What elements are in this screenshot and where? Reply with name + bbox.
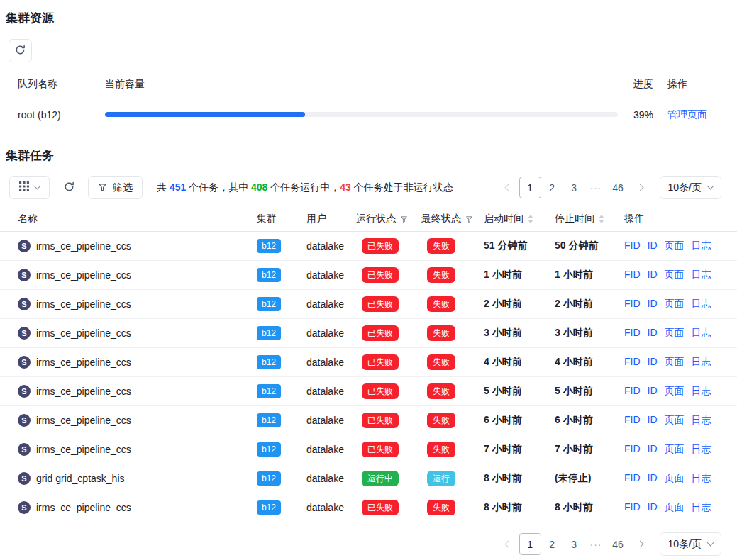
table-row: S irms_ce_pipeline_ccs b12 datalake 已失败 …: [0, 319, 737, 348]
row-action-page-link[interactable]: 页面: [665, 298, 685, 310]
prev-page-button[interactable]: [497, 533, 519, 555]
row-action-page-link[interactable]: 页面: [665, 240, 685, 252]
row-action-page-link[interactable]: 页面: [665, 443, 685, 456]
row-action-log-link[interactable]: 日志: [692, 327, 711, 340]
start-time: 5 小时前: [484, 385, 555, 398]
progress-percent: 39%: [618, 109, 667, 121]
page-button-46[interactable]: 46: [607, 533, 629, 555]
task-name: irms_ce_pipeline_ccs: [36, 269, 131, 281]
task-user: datalake: [306, 357, 356, 368]
row-action-id-link[interactable]: ID: [648, 298, 658, 310]
row-action-page-link[interactable]: 页面: [665, 327, 685, 340]
final-status-badge: 失败: [427, 383, 455, 399]
row-action-log-link[interactable]: 日志: [692, 356, 711, 369]
row-action-page-link[interactable]: 页面: [665, 385, 685, 398]
page-button-3[interactable]: 3: [563, 533, 585, 555]
cluster-badge: b12: [257, 413, 281, 427]
row-action-log-link[interactable]: 日志: [692, 414, 711, 427]
row-action-page-link[interactable]: 页面: [665, 356, 685, 369]
row-action-page-link[interactable]: 页面: [665, 414, 685, 427]
row-action-fid-link[interactable]: FID: [624, 414, 641, 427]
start-time-sort-icon[interactable]: [528, 215, 533, 223]
row-action-fid-link[interactable]: FID: [624, 269, 641, 281]
col-header-stop-time: 停止时间: [555, 213, 624, 225]
row-action-id-link[interactable]: ID: [648, 240, 658, 252]
page-button-2[interactable]: 2: [541, 533, 563, 555]
page-button-3[interactable]: 3: [563, 177, 585, 198]
refresh-icon: [64, 181, 74, 194]
final-status-filter-icon[interactable]: [465, 215, 473, 223]
row-action-log-link[interactable]: 日志: [692, 443, 711, 456]
filter-button[interactable]: 筛选: [88, 176, 143, 199]
task-actions: FIDID页面日志: [624, 240, 737, 252]
stop-time-sort-icon[interactable]: [599, 215, 604, 223]
row-action-id-link[interactable]: ID: [648, 327, 658, 340]
pagination-ellipsis: ···: [585, 533, 607, 555]
next-page-button[interactable]: [629, 177, 651, 198]
queue-row: root (b12) 39% 管理页面: [0, 96, 737, 133]
stop-time: 4 小时前: [555, 356, 624, 369]
stop-time: (未停止): [555, 472, 624, 485]
row-action-id-link[interactable]: ID: [648, 414, 658, 427]
table-row: S grid grid_cptask_his b12 datalake 运行中 …: [0, 464, 737, 493]
table-row: S irms_ce_pipeline_ccs b12 datalake 已失败 …: [0, 435, 737, 464]
row-action-log-link[interactable]: 日志: [692, 240, 711, 252]
row-action-page-link[interactable]: 页面: [665, 269, 685, 281]
row-action-id-link[interactable]: ID: [648, 356, 658, 369]
task-name: irms_ce_pipeline_ccs: [36, 357, 131, 368]
row-action-log-link[interactable]: 日志: [692, 472, 711, 485]
task-type-avatar: S: [18, 269, 31, 281]
row-action-log-link[interactable]: 日志: [692, 501, 711, 514]
stop-time: 8 小时前: [555, 501, 624, 514]
task-user: datalake: [306, 415, 356, 426]
task-user: datalake: [306, 502, 356, 513]
row-action-fid-link[interactable]: FID: [624, 385, 641, 398]
next-page-button[interactable]: [629, 533, 651, 555]
row-action-fid-link[interactable]: FID: [624, 501, 641, 514]
page-size-select[interactable]: 10条/页: [660, 176, 721, 199]
refresh-tasks-button[interactable]: [58, 176, 79, 199]
table-row: S irms_ce_pipeline_ccs b12 datalake 已失败 …: [0, 232, 737, 261]
start-time: 2 小时前: [484, 298, 555, 310]
col-header-cluster: 集群: [257, 213, 306, 225]
run-status-badge: 已失败: [362, 500, 399, 515]
row-action-id-link[interactable]: ID: [648, 269, 658, 281]
row-action-log-link[interactable]: 日志: [692, 385, 711, 398]
col-header-queue: 队列名称: [18, 78, 105, 91]
row-action-fid-link[interactable]: FID: [624, 298, 641, 310]
page-button-2[interactable]: 2: [541, 177, 563, 198]
row-action-id-link[interactable]: ID: [648, 501, 658, 514]
row-action-fid-link[interactable]: FID: [624, 240, 641, 252]
start-time: 3 小时前: [484, 327, 555, 340]
manage-page-link[interactable]: 管理页面: [667, 108, 707, 120]
row-action-id-link[interactable]: ID: [648, 385, 658, 398]
col-header-actions: 操作: [624, 213, 737, 225]
row-action-fid-link[interactable]: FID: [624, 472, 641, 485]
final-status-badge: 失败: [427, 238, 455, 254]
row-action-fid-link[interactable]: FID: [624, 356, 641, 369]
row-action-page-link[interactable]: 页面: [665, 501, 685, 514]
refresh-resources-button[interactable]: [9, 39, 32, 62]
row-action-fid-link[interactable]: FID: [624, 443, 641, 456]
column-settings-button[interactable]: [9, 176, 50, 199]
grid-icon: [19, 181, 29, 194]
page-size-select[interactable]: 10条/页: [660, 532, 721, 556]
page-button-1[interactable]: 1: [519, 177, 541, 198]
row-action-id-link[interactable]: ID: [648, 443, 658, 456]
task-type-avatar: S: [18, 501, 31, 514]
row-action-id-link[interactable]: ID: [648, 472, 658, 485]
cluster-badge: b12: [257, 384, 281, 398]
cluster-resources-title: 集群资源: [6, 0, 737, 26]
task-name: irms_ce_pipeline_ccs: [36, 444, 131, 455]
row-action-log-link[interactable]: 日志: [692, 269, 711, 281]
run-status-filter-icon[interactable]: [400, 215, 408, 223]
task-user: datalake: [306, 327, 356, 339]
page-button-1[interactable]: 1: [519, 533, 541, 555]
final-status-badge: 失败: [427, 354, 455, 370]
row-action-log-link[interactable]: 日志: [692, 298, 711, 310]
page-button-46[interactable]: 46: [607, 177, 629, 198]
row-action-page-link[interactable]: 页面: [665, 472, 685, 485]
stop-time: 1 小时前: [555, 269, 624, 281]
prev-page-button[interactable]: [497, 177, 519, 198]
row-action-fid-link[interactable]: FID: [624, 327, 641, 340]
